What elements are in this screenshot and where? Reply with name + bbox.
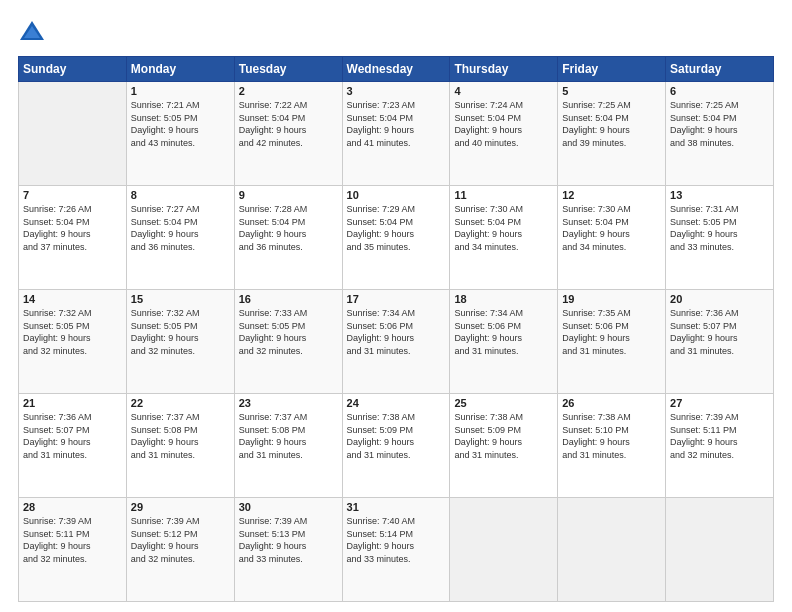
day-number: 15 [131,293,230,305]
day-info: Sunrise: 7:37 AMSunset: 5:08 PMDaylight:… [131,411,230,461]
day-info: Sunrise: 7:27 AMSunset: 5:04 PMDaylight:… [131,203,230,253]
calendar-cell: 25Sunrise: 7:38 AMSunset: 5:09 PMDayligh… [450,394,558,498]
calendar-cell: 28Sunrise: 7:39 AMSunset: 5:11 PMDayligh… [19,498,127,602]
day-number: 13 [670,189,769,201]
calendar-week-3: 14Sunrise: 7:32 AMSunset: 5:05 PMDayligh… [19,290,774,394]
calendar-cell: 23Sunrise: 7:37 AMSunset: 5:08 PMDayligh… [234,394,342,498]
calendar-cell: 5Sunrise: 7:25 AMSunset: 5:04 PMDaylight… [558,82,666,186]
calendar-header-monday: Monday [126,57,234,82]
calendar-cell: 29Sunrise: 7:39 AMSunset: 5:12 PMDayligh… [126,498,234,602]
day-number: 22 [131,397,230,409]
day-number: 24 [347,397,446,409]
calendar-cell: 18Sunrise: 7:34 AMSunset: 5:06 PMDayligh… [450,290,558,394]
day-info: Sunrise: 7:25 AMSunset: 5:04 PMDaylight:… [562,99,661,149]
calendar-cell: 7Sunrise: 7:26 AMSunset: 5:04 PMDaylight… [19,186,127,290]
calendar-cell: 17Sunrise: 7:34 AMSunset: 5:06 PMDayligh… [342,290,450,394]
calendar-cell: 1Sunrise: 7:21 AMSunset: 5:05 PMDaylight… [126,82,234,186]
day-number: 25 [454,397,553,409]
calendar-cell: 11Sunrise: 7:30 AMSunset: 5:04 PMDayligh… [450,186,558,290]
day-number: 31 [347,501,446,513]
day-info: Sunrise: 7:29 AMSunset: 5:04 PMDaylight:… [347,203,446,253]
calendar-cell: 26Sunrise: 7:38 AMSunset: 5:10 PMDayligh… [558,394,666,498]
calendar-cell: 8Sunrise: 7:27 AMSunset: 5:04 PMDaylight… [126,186,234,290]
calendar-cell: 16Sunrise: 7:33 AMSunset: 5:05 PMDayligh… [234,290,342,394]
day-info: Sunrise: 7:38 AMSunset: 5:10 PMDaylight:… [562,411,661,461]
day-info: Sunrise: 7:21 AMSunset: 5:05 PMDaylight:… [131,99,230,149]
calendar-cell: 6Sunrise: 7:25 AMSunset: 5:04 PMDaylight… [666,82,774,186]
calendar-cell: 10Sunrise: 7:29 AMSunset: 5:04 PMDayligh… [342,186,450,290]
calendar-cell: 4Sunrise: 7:24 AMSunset: 5:04 PMDaylight… [450,82,558,186]
day-number: 1 [131,85,230,97]
calendar-cell [450,498,558,602]
day-number: 28 [23,501,122,513]
day-info: Sunrise: 7:32 AMSunset: 5:05 PMDaylight:… [131,307,230,357]
calendar-cell: 13Sunrise: 7:31 AMSunset: 5:05 PMDayligh… [666,186,774,290]
day-info: Sunrise: 7:28 AMSunset: 5:04 PMDaylight:… [239,203,338,253]
day-number: 3 [347,85,446,97]
day-number: 27 [670,397,769,409]
calendar-header-saturday: Saturday [666,57,774,82]
day-info: Sunrise: 7:34 AMSunset: 5:06 PMDaylight:… [347,307,446,357]
calendar-header-thursday: Thursday [450,57,558,82]
day-number: 26 [562,397,661,409]
logo-icon [18,18,46,46]
calendar-cell: 30Sunrise: 7:39 AMSunset: 5:13 PMDayligh… [234,498,342,602]
day-info: Sunrise: 7:36 AMSunset: 5:07 PMDaylight:… [23,411,122,461]
day-number: 12 [562,189,661,201]
day-info: Sunrise: 7:36 AMSunset: 5:07 PMDaylight:… [670,307,769,357]
day-number: 17 [347,293,446,305]
day-number: 2 [239,85,338,97]
calendar-cell [19,82,127,186]
calendar-week-4: 21Sunrise: 7:36 AMSunset: 5:07 PMDayligh… [19,394,774,498]
day-info: Sunrise: 7:38 AMSunset: 5:09 PMDaylight:… [347,411,446,461]
calendar-week-2: 7Sunrise: 7:26 AMSunset: 5:04 PMDaylight… [19,186,774,290]
page: SundayMondayTuesdayWednesdayThursdayFrid… [0,0,792,612]
day-info: Sunrise: 7:34 AMSunset: 5:06 PMDaylight:… [454,307,553,357]
header [18,18,774,46]
calendar-week-5: 28Sunrise: 7:39 AMSunset: 5:11 PMDayligh… [19,498,774,602]
day-number: 18 [454,293,553,305]
calendar-cell: 3Sunrise: 7:23 AMSunset: 5:04 PMDaylight… [342,82,450,186]
calendar-cell [558,498,666,602]
calendar-cell: 21Sunrise: 7:36 AMSunset: 5:07 PMDayligh… [19,394,127,498]
day-number: 16 [239,293,338,305]
calendar-cell: 9Sunrise: 7:28 AMSunset: 5:04 PMDaylight… [234,186,342,290]
day-info: Sunrise: 7:31 AMSunset: 5:05 PMDaylight:… [670,203,769,253]
day-number: 4 [454,85,553,97]
day-info: Sunrise: 7:40 AMSunset: 5:14 PMDaylight:… [347,515,446,565]
day-number: 30 [239,501,338,513]
calendar-cell: 27Sunrise: 7:39 AMSunset: 5:11 PMDayligh… [666,394,774,498]
calendar-header-row: SundayMondayTuesdayWednesdayThursdayFrid… [19,57,774,82]
day-info: Sunrise: 7:26 AMSunset: 5:04 PMDaylight:… [23,203,122,253]
calendar-cell: 31Sunrise: 7:40 AMSunset: 5:14 PMDayligh… [342,498,450,602]
day-number: 29 [131,501,230,513]
calendar-cell: 14Sunrise: 7:32 AMSunset: 5:05 PMDayligh… [19,290,127,394]
calendar-cell: 24Sunrise: 7:38 AMSunset: 5:09 PMDayligh… [342,394,450,498]
day-info: Sunrise: 7:39 AMSunset: 5:11 PMDaylight:… [23,515,122,565]
day-info: Sunrise: 7:25 AMSunset: 5:04 PMDaylight:… [670,99,769,149]
day-number: 8 [131,189,230,201]
day-info: Sunrise: 7:30 AMSunset: 5:04 PMDaylight:… [562,203,661,253]
day-info: Sunrise: 7:24 AMSunset: 5:04 PMDaylight:… [454,99,553,149]
calendar-cell: 19Sunrise: 7:35 AMSunset: 5:06 PMDayligh… [558,290,666,394]
calendar-cell: 15Sunrise: 7:32 AMSunset: 5:05 PMDayligh… [126,290,234,394]
calendar-cell: 12Sunrise: 7:30 AMSunset: 5:04 PMDayligh… [558,186,666,290]
calendar-cell: 2Sunrise: 7:22 AMSunset: 5:04 PMDaylight… [234,82,342,186]
day-number: 6 [670,85,769,97]
day-number: 21 [23,397,122,409]
calendar-cell: 20Sunrise: 7:36 AMSunset: 5:07 PMDayligh… [666,290,774,394]
day-info: Sunrise: 7:37 AMSunset: 5:08 PMDaylight:… [239,411,338,461]
day-info: Sunrise: 7:39 AMSunset: 5:12 PMDaylight:… [131,515,230,565]
calendar-table: SundayMondayTuesdayWednesdayThursdayFrid… [18,56,774,602]
calendar-header-tuesday: Tuesday [234,57,342,82]
day-info: Sunrise: 7:32 AMSunset: 5:05 PMDaylight:… [23,307,122,357]
day-info: Sunrise: 7:35 AMSunset: 5:06 PMDaylight:… [562,307,661,357]
day-number: 20 [670,293,769,305]
day-number: 14 [23,293,122,305]
logo [18,18,50,46]
day-info: Sunrise: 7:30 AMSunset: 5:04 PMDaylight:… [454,203,553,253]
calendar-header-wednesday: Wednesday [342,57,450,82]
calendar-week-1: 1Sunrise: 7:21 AMSunset: 5:05 PMDaylight… [19,82,774,186]
day-number: 9 [239,189,338,201]
day-info: Sunrise: 7:33 AMSunset: 5:05 PMDaylight:… [239,307,338,357]
